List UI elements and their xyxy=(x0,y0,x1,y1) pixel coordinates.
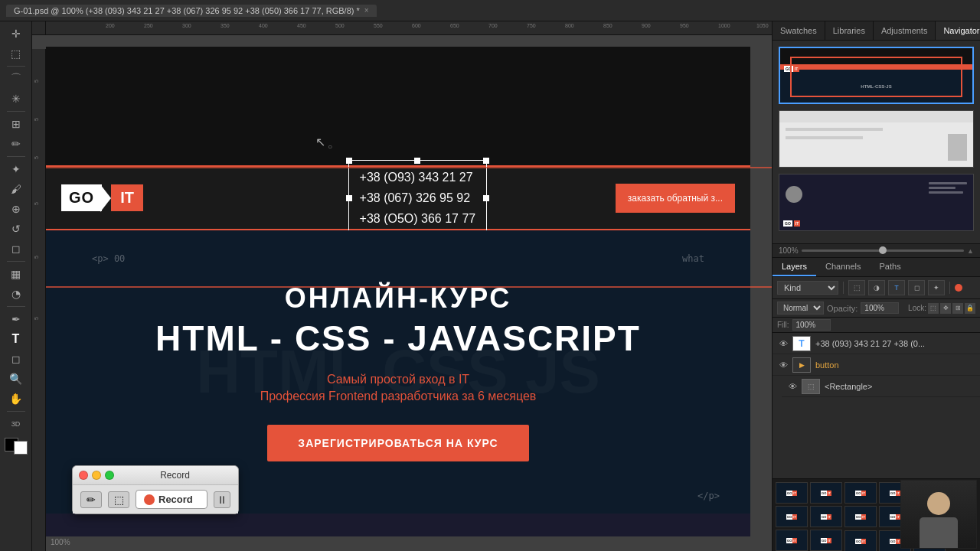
layers-props: Normal Opacity: Lock: ⬚ ✥ ⊞ 🔒 xyxy=(773,299,980,318)
bottom-thumb-8[interactable]: GO IT xyxy=(844,506,877,527)
hero-decorator-tr: what xyxy=(682,253,704,264)
magic-wand-tool[interactable]: ✳ xyxy=(5,90,28,108)
hero-decorator-tl: <p> 00 xyxy=(92,253,125,264)
brush-tool[interactable]: 🖌 xyxy=(5,180,28,198)
bottom-thumb-13[interactable]: GO IT xyxy=(844,530,877,551)
document-tab[interactable]: G-01.psd @ 100% (+38 (093) 343 21 27 +38… xyxy=(6,5,377,17)
tab-paths[interactable]: Paths xyxy=(871,258,910,276)
bottom-thumb-2[interactable]: GO IT xyxy=(810,482,842,504)
dodge-tool[interactable]: ◔ xyxy=(5,285,28,303)
thumb3-lines xyxy=(929,182,967,196)
layer-item-text[interactable]: 👁 T +38 (093) 343 21 27 +38 (0... xyxy=(773,333,980,354)
bottom-thumb-1[interactable]: GO IT xyxy=(776,482,808,504)
lock-pixels-icon[interactable]: ⬚ xyxy=(928,303,939,314)
thumb-logo: GO IT xyxy=(890,491,900,496)
left-toolbar: ✛ ⬚ ⌒ ✳ ⊞ ✏ ✦ 🖌 ⊕ ↺ ◻ ▦ ◔ ✒ T ◻ 🔍 ✋ 3D xyxy=(0,21,32,551)
record-start-button[interactable]: Record xyxy=(136,490,207,509)
topbar: G-01.psd @ 100% (+38 (093) 343 21 27 +38… xyxy=(0,0,980,21)
ruler-mark: 250 xyxy=(144,23,153,28)
filter-type-tool[interactable]: T xyxy=(888,280,905,295)
thumb-logo: GO IT xyxy=(890,514,900,520)
bottom-thumb-7[interactable]: GO IT xyxy=(810,506,842,527)
layer-eye-icon-3[interactable]: 👁 xyxy=(786,380,799,393)
bottom-thumb-11[interactable]: GO IT xyxy=(776,530,808,551)
bottom-thumb-12[interactable]: GO IT xyxy=(810,530,842,551)
filter-adjust-tool[interactable]: ◑ xyxy=(868,280,885,295)
select-tool[interactable]: ⬚ xyxy=(5,44,28,63)
zoom-slider[interactable] xyxy=(802,249,965,252)
record-toolbar: ✏ ⬚ Record ⏸ xyxy=(73,485,238,514)
layer-item-button-group[interactable]: 👁 ▶ button xyxy=(773,354,980,376)
tab-swatches[interactable]: Swatches xyxy=(773,21,825,40)
window-maximize-button[interactable] xyxy=(105,471,114,480)
zoom-handle[interactable] xyxy=(879,246,887,254)
record-window-title: Record xyxy=(118,470,232,481)
right-panel-tabs: Swatches Libraries Adjustments Navigator xyxy=(773,21,980,41)
fill-input[interactable] xyxy=(792,319,831,331)
tab-adjustments[interactable]: Adjustments xyxy=(874,21,936,40)
navigator-thumb-2[interactable] xyxy=(779,110,974,168)
record-area-tool[interactable]: ⬚ xyxy=(108,491,129,508)
layer-item-rectangle[interactable]: 👁 ⬚ <Rectangle> xyxy=(782,376,980,397)
ruler-mark: 350 xyxy=(220,23,230,28)
record-draw-tool[interactable]: ✏ xyxy=(80,491,102,508)
lock-group: Lock: ⬚ ✥ ⊞ 🔒 xyxy=(908,303,975,314)
lock-artboard-icon[interactable]: ⊞ xyxy=(952,303,963,314)
bottom-thumbs: GO IT GO IT GO IT GO IT GO IT GO IT GO I… xyxy=(773,478,980,551)
eyedropper-tool[interactable]: ✏ xyxy=(5,135,28,153)
kind-select[interactable]: Kind xyxy=(777,281,838,295)
navigator-thumb-3[interactable]: GO IT xyxy=(779,174,974,231)
layer-eye-icon-2[interactable]: 👁 xyxy=(777,359,789,371)
3d-tool[interactable]: 3D xyxy=(5,415,28,433)
filter-pixel-tool[interactable]: ⬚ xyxy=(848,280,865,295)
bottom-thumb-6[interactable]: GO IT xyxy=(776,506,808,527)
selection-handle-tl xyxy=(346,158,352,164)
shape-tool[interactable]: ◻ xyxy=(5,350,28,368)
record-pause-button[interactable]: ⏸ xyxy=(214,491,230,508)
tab-channels[interactable]: Channels xyxy=(816,258,870,276)
tab-navigator[interactable]: Navigator xyxy=(936,21,980,40)
history-brush[interactable]: ↺ xyxy=(5,220,28,238)
close-tab-button[interactable]: × xyxy=(364,6,369,15)
filter-shape-tool[interactable]: ◻ xyxy=(908,280,925,295)
pen-tool[interactable]: ✒ xyxy=(5,310,28,328)
crop-tool[interactable]: ⊞ xyxy=(5,115,28,133)
opacity-input[interactable] xyxy=(861,302,899,314)
ruler-mark: 500 xyxy=(335,23,345,28)
tab-libraries[interactable]: Libraries xyxy=(825,21,874,40)
move-tool[interactable]: ✛ xyxy=(5,24,28,43)
tab-title: G-01.psd @ 100% (+38 (093) 343 21 27 +38… xyxy=(14,6,360,15)
layer-name-button: button xyxy=(815,360,975,370)
layer-eye-icon[interactable]: 👁 xyxy=(777,337,789,350)
lock-all-icon[interactable]: 🔒 xyxy=(965,303,975,314)
hand-tool[interactable]: ✋ xyxy=(5,390,28,408)
header-bar: GO IT +38 (О93) 343 21 27 +38 (067) 326 … xyxy=(46,165,750,230)
lasso-tool[interactable]: ⌒ xyxy=(5,70,28,88)
cta-header-button[interactable]: заказать обратный з... xyxy=(616,184,735,213)
lock-position-icon[interactable]: ✥ xyxy=(940,303,951,314)
zoom-label: 100% xyxy=(779,246,799,255)
ruler-mark: 400 xyxy=(259,23,268,28)
thumb-logo: GO IT xyxy=(786,514,797,520)
ruler-mark: 950 xyxy=(680,23,689,28)
window-close-button[interactable] xyxy=(79,471,88,480)
zoom-tool[interactable]: 🔍 xyxy=(5,370,28,388)
thumb-logo: GO IT xyxy=(855,514,866,520)
type-tool[interactable]: T xyxy=(5,330,28,348)
window-minimize-button[interactable] xyxy=(92,471,101,480)
bottom-thumb-3[interactable]: GO IT xyxy=(844,482,877,504)
color-swatches[interactable] xyxy=(5,438,28,455)
layers-toolbar: Kind ⬚ ◑ T ◻ ✦ xyxy=(773,277,980,299)
clone-tool[interactable]: ⊕ xyxy=(5,200,28,218)
gradient-tool[interactable]: ▦ xyxy=(5,265,28,283)
navigator-thumb-1[interactable]: HTML-CSS-JS GO IT xyxy=(779,47,974,104)
webcam-area xyxy=(900,480,977,549)
heal-tool[interactable]: ✦ xyxy=(5,160,28,178)
hero-cta-button[interactable]: ЗАРЕГИСТРИРОВАТЬСЯ НА КУРС xyxy=(267,425,528,461)
blend-mode-select[interactable]: Normal xyxy=(777,302,824,315)
right-panel: Swatches Libraries Adjustments Navigator… xyxy=(772,21,980,551)
background-color[interactable] xyxy=(14,441,28,455)
filter-smart-tool[interactable]: ✦ xyxy=(928,280,945,295)
eraser-tool[interactable]: ◻ xyxy=(5,240,28,258)
tab-layers[interactable]: Layers xyxy=(773,258,816,276)
